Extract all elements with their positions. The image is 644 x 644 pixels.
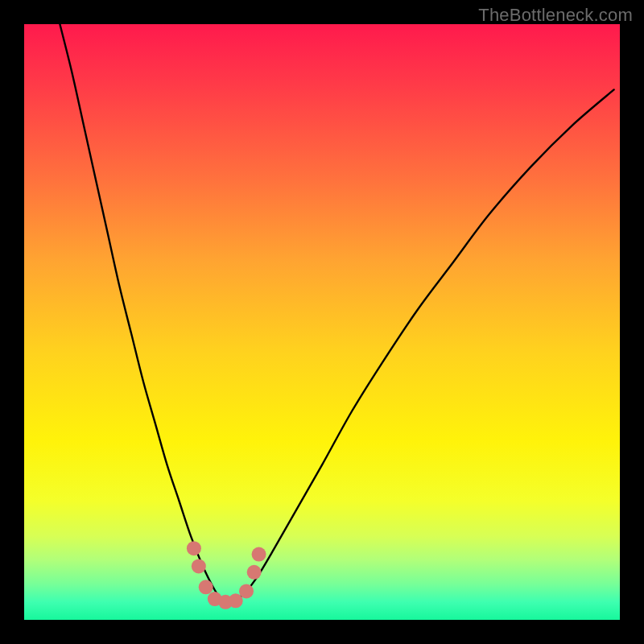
- watermark-text: TheBottleneck.com: [478, 5, 633, 26]
- marker-point: [247, 565, 262, 580]
- marker-point: [199, 580, 213, 594]
- marker-point: [239, 584, 254, 598]
- marker-point: [192, 559, 206, 573]
- highlight-markers: [187, 541, 266, 609]
- bottleneck-curve: [60, 24, 613, 603]
- chart-frame: TheBottleneck.com: [0, 0, 644, 644]
- marker-point: [187, 541, 201, 555]
- curve-layer: [24, 24, 620, 620]
- marker-point: [252, 547, 266, 562]
- plot-area: [24, 24, 620, 620]
